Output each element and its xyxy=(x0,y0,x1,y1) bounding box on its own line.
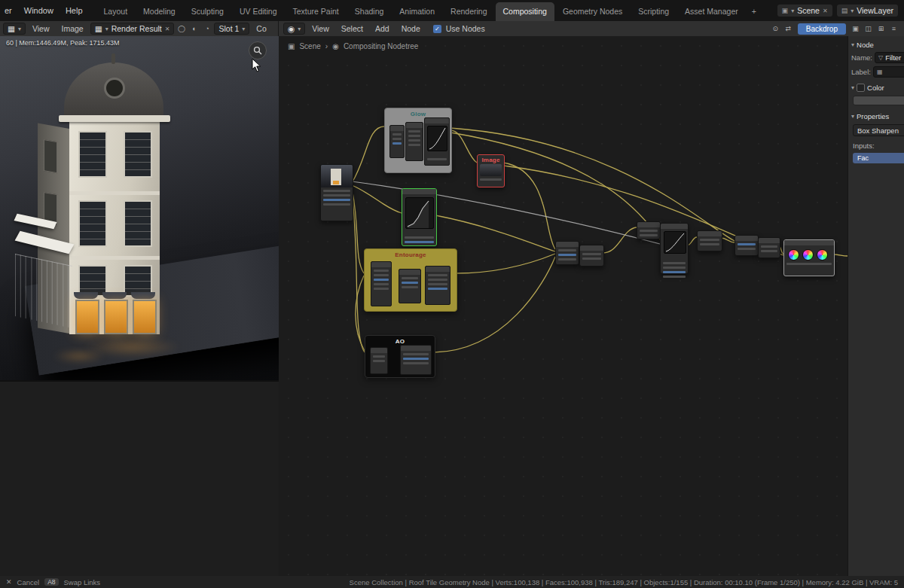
tab-compositing[interactable]: Compositing xyxy=(496,2,554,21)
parent-links-icon[interactable]: ⇄ xyxy=(783,23,794,34)
node-name-input[interactable]: ▽ Filter xyxy=(875,52,904,63)
breadcrumb-separator: › xyxy=(325,42,328,50)
caret-down-icon: ▾ xyxy=(18,26,21,32)
tab-modeling[interactable]: Modeling xyxy=(136,2,183,21)
scene-selector[interactable]: ▣ ▾ Scene ✕ xyxy=(777,5,832,17)
compositor-canvas[interactable]: ▣ Scene › ◉ Compositing Nodetree Glow xyxy=(279,36,848,576)
name-row: Name: ▽ Filter xyxy=(848,50,904,65)
pin-icon[interactable]: ⊙ xyxy=(770,23,781,34)
node-sidebar: ▾ Node Name: ▽ Filter Label: ▦ ▾ Color ▾… xyxy=(848,36,904,576)
node-editor-icon: ◉ xyxy=(288,24,295,33)
group-inner-node[interactable] xyxy=(424,117,450,166)
zoom-gizmo-button[interactable] xyxy=(249,41,267,59)
group-inner-node[interactable] xyxy=(399,269,421,303)
menu-view[interactable]: View xyxy=(27,24,55,33)
clipped-control[interactable]: Co xyxy=(251,24,271,33)
entourage-group-node[interactable]: Entourage xyxy=(364,248,457,312)
tab-sculpting[interactable]: Sculpting xyxy=(184,2,231,21)
color-panel-header[interactable]: ▾ Color xyxy=(848,79,904,93)
roof-window xyxy=(104,78,125,99)
menu-help[interactable]: Help xyxy=(66,6,83,15)
breadcrumb-scene[interactable]: Scene xyxy=(299,42,320,50)
tab-rendering[interactable]: Rendering xyxy=(443,2,494,21)
roof-finial xyxy=(111,53,115,64)
mix-node[interactable] xyxy=(555,241,579,265)
tab-asset-manager[interactable]: Asset Manager xyxy=(677,2,746,21)
snapping-icon[interactable]: ⊞ xyxy=(875,23,887,34)
menu-select[interactable]: Select xyxy=(336,24,368,33)
color-wheel-gamma[interactable] xyxy=(802,249,814,260)
tab-scripting[interactable]: Scripting xyxy=(631,2,676,21)
editor-type-button[interactable]: ▦ ▾ xyxy=(3,23,26,35)
filter-node[interactable] xyxy=(637,221,661,239)
breadcrumb-nodetree[interactable]: Compositing Nodetree xyxy=(344,42,419,50)
color-wheel-lift[interactable] xyxy=(788,249,799,260)
group-inner-node[interactable] xyxy=(389,125,405,158)
render-slot-icon[interactable]: ◯ xyxy=(176,23,187,34)
menu-render[interactable]: er xyxy=(5,6,12,15)
image-editor-header: ▦ ▾ View Image ▦ ▾ Render Result ✕ ◯ ◐ ◔… xyxy=(0,21,279,36)
backdrop-image-icon[interactable]: ▣ xyxy=(850,23,861,34)
group-inner-node[interactable] xyxy=(405,122,423,161)
add-workspace-button[interactable]: + xyxy=(747,2,762,21)
group-inner-node[interactable] xyxy=(371,261,392,306)
curves-node[interactable] xyxy=(660,223,689,274)
tab-animation[interactable]: Animation xyxy=(392,2,442,21)
tab-layout[interactable]: Layout xyxy=(96,2,136,21)
ao-group-node[interactable]: AO xyxy=(365,335,435,378)
slot-value: Slot 1 xyxy=(218,24,239,33)
properties-panel-header[interactable]: ▾ Properties xyxy=(848,108,904,122)
tab-shading[interactable]: Shading xyxy=(347,2,392,21)
slot-selector[interactable]: Slot 1 ▾ xyxy=(214,23,249,35)
overlays-icon[interactable]: ◫ xyxy=(863,23,874,34)
paint-mode-icon[interactable]: ◐ xyxy=(188,23,200,34)
node-color-swatch[interactable] xyxy=(853,96,904,105)
render-stats: 60 | Mem:1446.49M, Peak: 1715.43M xyxy=(6,39,119,47)
glow-group-node[interactable]: Glow xyxy=(384,108,452,173)
tab-geometry-nodes[interactable]: Geometry Nodes xyxy=(555,2,630,21)
render-result-view[interactable]: 60 | Mem:1446.49M, Peak: 1715.43M xyxy=(0,36,279,380)
color-wheel-gain[interactable] xyxy=(817,249,828,260)
image-node-error[interactable]: Image xyxy=(477,154,505,187)
editor-type-button[interactable]: ◉ ▾ xyxy=(283,23,305,35)
unlink-image-icon[interactable]: ✕ xyxy=(165,26,170,32)
workspace-tabs: Layout Modeling Sculpting UV Editing Tex… xyxy=(96,0,762,21)
use-nodes-checkbox[interactable]: ✓ xyxy=(433,25,441,33)
name-label: Name: xyxy=(851,53,872,62)
node-panel-header[interactable]: ▾ Node xyxy=(848,36,904,50)
mix-node[interactable] xyxy=(579,245,604,267)
status-cancel[interactable]: Cancel xyxy=(17,578,40,586)
group-inner-node[interactable] xyxy=(425,266,450,305)
filter-type-dropdown[interactable]: Box Sharpen xyxy=(853,124,904,136)
curve-widget[interactable] xyxy=(405,197,434,229)
display-channels-icon[interactable]: ◔ xyxy=(201,23,212,34)
menu-image[interactable]: Image xyxy=(56,24,89,33)
color-enable-checkbox[interactable] xyxy=(857,84,865,92)
menu-node[interactable]: Node xyxy=(396,24,426,33)
color-node[interactable] xyxy=(697,230,722,251)
group-inner-node[interactable] xyxy=(400,345,432,375)
viewlayer-selector[interactable]: ▤ ▾ ViewLayer xyxy=(837,5,898,17)
image-datablock-selector[interactable]: ▦ ▾ Render Result ✕ xyxy=(90,23,175,35)
tab-texture-paint[interactable]: Texture Paint xyxy=(286,2,347,21)
scene-unlink-icon[interactable]: ✕ xyxy=(823,8,828,14)
render-layers-node[interactable] xyxy=(320,164,353,221)
image-datablock-icon: ▦ xyxy=(95,24,102,33)
rgb-curves-node-active[interactable] xyxy=(402,188,437,246)
nodetree-icon: ◉ xyxy=(332,42,339,50)
menu-view[interactable]: View xyxy=(307,24,334,33)
viewlayer-icon: ▤ xyxy=(841,7,848,14)
color-node[interactable] xyxy=(758,237,780,258)
color-balance-node[interactable] xyxy=(783,239,835,276)
color-node[interactable] xyxy=(734,235,759,256)
caret-down-icon: ▾ xyxy=(851,84,854,91)
key-hint-badge: A8 xyxy=(44,578,58,586)
menu-window[interactable]: Window xyxy=(24,6,53,15)
group-inner-node[interactable] xyxy=(370,347,388,374)
options-icon[interactable]: ≡ xyxy=(888,23,899,34)
fac-input-field[interactable]: Fac xyxy=(853,153,904,163)
menu-add[interactable]: Add xyxy=(370,24,395,33)
tab-uv-editing[interactable]: UV Editing xyxy=(232,2,285,21)
backdrop-button[interactable]: Backdrop xyxy=(798,23,846,35)
node-label-input[interactable]: ▦ xyxy=(873,66,904,78)
